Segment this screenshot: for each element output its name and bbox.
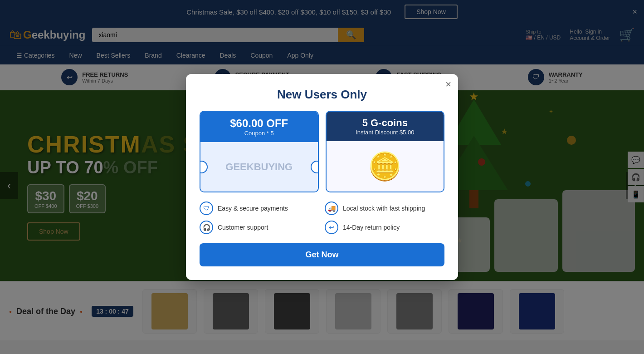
modal-close-button[interactable]: ×	[445, 79, 451, 89]
modal-new-users: × New Users Only $60.00 OFF Coupon * 5 G…	[186, 74, 458, 280]
coupon-card-header: $60.00 OFF Coupon * 5	[200, 112, 318, 142]
payments-icon: 🛡	[200, 202, 213, 215]
coins-card-body: 🪙	[327, 141, 444, 192]
coupon-card-count: Coupon * 5	[206, 130, 312, 137]
coins-card-subtitle: Instant Discount $5.00	[332, 129, 439, 136]
coupon-card: $60.00 OFF Coupon * 5 GEEKBUYING	[200, 111, 319, 192]
get-now-button[interactable]: Get Now	[200, 243, 444, 266]
shipping-label: Local stock with fast shipping	[343, 205, 425, 212]
modal-benefit-returns: ↩ 14-Day return policy	[325, 221, 444, 234]
modal-benefit-payments: 🛡 Easy & secure payments	[200, 202, 319, 215]
modal-benefits: 🛡 Easy & secure payments 🚚 Local stock w…	[200, 202, 444, 234]
coupon-card-amount: $60.00 OFF	[206, 117, 312, 130]
coupon-card-body: GEEKBUYING	[200, 142, 318, 192]
support-icon: 🎧	[200, 221, 213, 234]
coins-card: 5 G-coins Instant Discount $5.00 🪙	[326, 111, 445, 192]
modal-overlay[interactable]: × New Users Only $60.00 OFF Coupon * 5 G…	[0, 0, 644, 354]
support-label: Customer support	[218, 224, 268, 231]
coins-card-title: 5 G-coins	[332, 117, 439, 129]
modal-cards: $60.00 OFF Coupon * 5 GEEKBUYING 5 G-coi…	[200, 111, 444, 192]
payments-label: Easy & secure payments	[218, 205, 288, 212]
coupon-watermark: GEEKBUYING	[225, 161, 293, 173]
modal-title: New Users Only	[200, 88, 444, 102]
coins-icon: 🪙	[368, 150, 402, 182]
shipping-icon: 🚚	[325, 202, 338, 215]
returns-label: 14-Day return policy	[343, 224, 400, 231]
modal-benefit-shipping: 🚚 Local stock with fast shipping	[325, 202, 444, 215]
coins-card-header: 5 G-coins Instant Discount $5.00	[327, 112, 444, 141]
modal-benefit-support: 🎧 Customer support	[200, 221, 319, 234]
returns-icon: ↩	[325, 221, 338, 234]
